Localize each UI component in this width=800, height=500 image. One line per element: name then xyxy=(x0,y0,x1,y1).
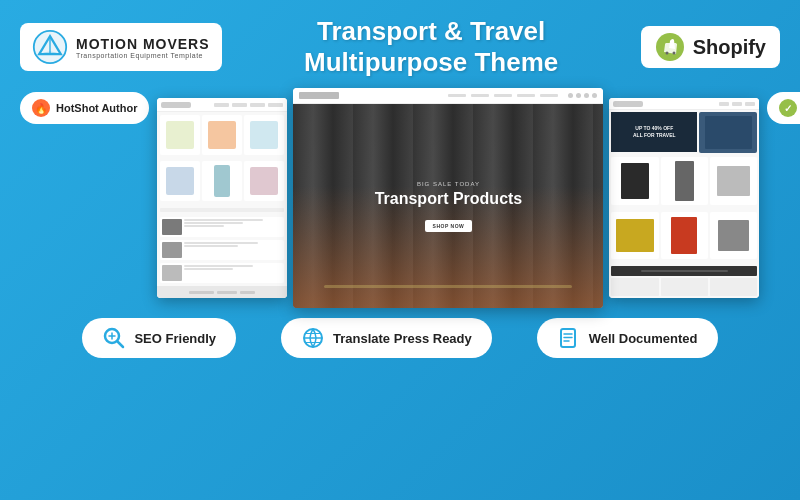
list-item xyxy=(160,240,284,260)
preview-list-section xyxy=(157,214,287,286)
shopify-label: Shopify xyxy=(693,36,766,59)
hotshot-flame-icon: 🔥 xyxy=(32,99,50,117)
feature-badges-row: SEO Friendly Translate Press Ready xyxy=(20,318,780,358)
product-item xyxy=(611,157,658,204)
preview-left-inner xyxy=(157,98,287,298)
right-product-grid xyxy=(609,155,759,266)
grid-item xyxy=(160,161,200,201)
support-maverik-icon: ✓ xyxy=(779,99,797,117)
svg-point-5 xyxy=(672,52,675,55)
docs-label: Well Documented xyxy=(589,331,698,346)
page-title: Transport & Travel Multipurpose Theme xyxy=(232,16,631,78)
well-documented-badge: Well Documented xyxy=(537,318,718,358)
product-item xyxy=(710,157,757,204)
theme-previews: BIG SALE TODAY Transport Products SHOP N… xyxy=(157,88,759,308)
right-banner-area: UP TO 40% OFFALL FOR TRAVEL xyxy=(609,110,759,155)
grid-item xyxy=(202,161,242,201)
translate-press-badge: Translate Press Ready xyxy=(281,318,492,358)
grid-item xyxy=(202,115,242,155)
product-item xyxy=(710,212,757,259)
product-item xyxy=(611,212,658,259)
seo-friendly-badge: SEO Friendly xyxy=(82,318,236,358)
middle-section: 🔥 HotShot Author xyxy=(20,88,780,308)
logo-text: MOTION MOVERS Transportation Equipment T… xyxy=(76,36,210,59)
grid-item xyxy=(244,161,284,201)
right-promo-bar xyxy=(611,266,757,276)
preview-screen-right: UP TO 40% OFFALL FOR TRAVEL xyxy=(609,98,759,298)
seo-icon xyxy=(102,326,126,350)
hero-shop-now-button[interactable]: SHOP NOW xyxy=(425,220,473,232)
hero-pre-text: BIG SALE TODAY xyxy=(375,181,523,187)
motion-movers-logo-icon xyxy=(32,29,68,65)
list-item xyxy=(160,217,284,237)
brand-subtitle: Transportation Equipment Template xyxy=(76,52,210,59)
preview-right-inner: UP TO 40% OFFALL FOR TRAVEL xyxy=(609,98,759,298)
preview-footer xyxy=(157,286,287,298)
preview-navbar xyxy=(293,88,603,104)
preview-screen-center: BIG SALE TODAY Transport Products SHOP N… xyxy=(293,88,603,308)
grid-item xyxy=(244,115,284,155)
brand-logo-block: MOTION MOVERS Transportation Equipment T… xyxy=(20,23,222,71)
brand-name: MOTION MOVERS xyxy=(76,36,210,52)
shopify-badge: Shopify xyxy=(641,26,780,68)
product-item xyxy=(661,212,708,259)
hotshot-author-badge: 🔥 HotShot Author xyxy=(20,92,149,124)
header-row: MOTION MOVERS Transportation Equipment T… xyxy=(20,16,780,78)
product-item xyxy=(661,157,708,204)
translate-icon xyxy=(301,326,325,350)
shopify-logo-icon xyxy=(655,32,685,62)
preview-product-grid xyxy=(157,112,287,208)
svg-point-4 xyxy=(665,52,668,55)
docs-icon xyxy=(557,326,581,350)
hero-main-text: Transport Products xyxy=(375,190,523,208)
main-container: MOTION MOVERS Transportation Equipment T… xyxy=(0,0,800,500)
main-title-block: Transport & Travel Multipurpose Theme xyxy=(222,16,641,78)
hotshot-author-label: HotShot Author xyxy=(56,102,137,114)
preview-right-header xyxy=(609,98,759,110)
support-badge: ✓ Support Maverik xyxy=(767,92,800,124)
preview-header xyxy=(157,98,287,112)
preview-center-inner: BIG SALE TODAY Transport Products SHOP N… xyxy=(293,88,603,308)
grid-item xyxy=(160,115,200,155)
translate-label: Translate Press Ready xyxy=(333,331,472,346)
preview-screen-left xyxy=(157,98,287,298)
svg-line-7 xyxy=(118,342,124,348)
preview-hero: BIG SALE TODAY Transport Products SHOP N… xyxy=(293,104,603,308)
list-item xyxy=(160,263,284,283)
seo-label: SEO Friendly xyxy=(134,331,216,346)
